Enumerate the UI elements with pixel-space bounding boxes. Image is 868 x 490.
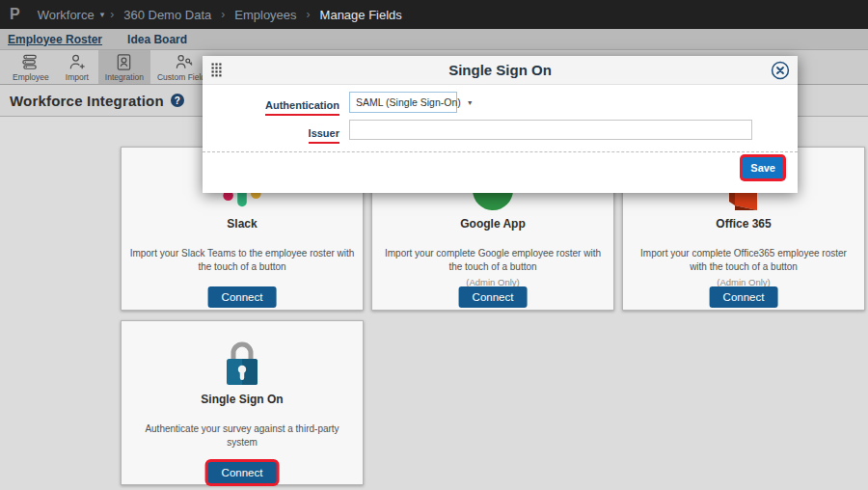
card-title: Google App (372, 217, 613, 231)
authentication-row: Authentication SAML (Single Sign-On) ▼ (203, 92, 798, 113)
authentication-label: Authentication (265, 99, 339, 116)
breadcrumb-workforce-menu[interactable]: Workforce (38, 8, 95, 22)
authentication-label-cell: Authentication (203, 95, 339, 113)
toolbar-item-employee[interactable]: Employee (6, 50, 56, 84)
page-title: Workforce Integration (10, 93, 164, 109)
select-caret-icon: ▼ (467, 99, 474, 106)
issuer-label: Issuer (309, 127, 339, 144)
top-navigation-bar: P Workforce ▾ › 360 Demo Data › Employee… (0, 0, 868, 29)
integration-card-sso: Single Sign On Authenticate your survey … (121, 320, 364, 485)
dialog-header: Single Sign On (203, 56, 798, 85)
card-description: Authenticate your survey against a third… (129, 422, 355, 449)
issuer-row: Issuer (203, 120, 798, 141)
toolbar-item-integration[interactable]: Integration (98, 50, 150, 84)
custom-fields-icon (175, 53, 193, 71)
breadcrumb-separator-icon: › (307, 8, 311, 21)
toolbar-item-import[interactable]: Import (56, 50, 98, 84)
card-title: Single Sign On (122, 393, 363, 406)
issuer-input[interactable] (349, 120, 752, 140)
employee-roster-icon (21, 53, 40, 71)
close-icon[interactable] (771, 61, 790, 80)
breadcrumb-separator-icon: › (221, 8, 225, 21)
integration-badge-icon (115, 53, 133, 71)
tab-employee-roster[interactable]: Employee Roster (8, 33, 102, 46)
dialog-footer-divider (203, 151, 798, 152)
drag-handle-icon[interactable] (211, 63, 222, 82)
import-person-icon (68, 53, 86, 71)
single-sign-on-dialog: Single Sign On Authentication SAML (Sing… (203, 56, 798, 193)
breadcrumb-360-demo-data[interactable]: 360 Demo Data (123, 8, 211, 22)
tab-idea-board[interactable]: Idea Board (127, 33, 187, 46)
card-description: Import your complete Google employee ros… (380, 247, 606, 288)
card-title: Slack (122, 217, 363, 231)
breadcrumb-separator-icon: › (110, 8, 114, 21)
authentication-selected-value: SAML (Single Sign-On) (356, 96, 461, 108)
connect-button-google[interactable]: Connect (459, 286, 528, 308)
card-description: Import your Slack Teams to the employee … (129, 247, 355, 274)
connect-button-office365[interactable]: Connect (710, 286, 778, 308)
connect-button-slack[interactable]: Connect (208, 286, 277, 308)
breadcrumb-manage-fields: Manage Fields (320, 8, 402, 22)
brand-logo[interactable]: P (10, 6, 20, 23)
card-title: Office 365 (623, 217, 864, 231)
toolbar-label: Employee (13, 72, 49, 82)
chevron-down-icon[interactable]: ▾ (100, 10, 105, 19)
toolbar-label: Import (66, 72, 89, 82)
section-tab-bar: Employee Roster Idea Board (0, 29, 868, 50)
card-description-text: Import your complete Office365 employee … (631, 247, 856, 274)
card-description-text: Import your complete Google employee ros… (380, 247, 606, 274)
lock-icon (122, 335, 363, 389)
toolbar-label: Integration (105, 72, 144, 82)
card-description: Import your complete Office365 employee … (631, 247, 856, 288)
dialog-title: Single Sign On (203, 56, 798, 85)
breadcrumb-employees[interactable]: Employees (234, 8, 296, 22)
save-button[interactable]: Save (743, 157, 783, 178)
help-icon[interactable]: ? (171, 94, 184, 107)
connect-button-sso[interactable]: Connect (208, 462, 277, 483)
app-window: P Workforce ▾ › 360 Demo Data › Employee… (0, 0, 868, 490)
issuer-label-cell: Issuer (203, 123, 339, 141)
authentication-select[interactable]: SAML (Single Sign-On) ▼ (349, 92, 457, 113)
